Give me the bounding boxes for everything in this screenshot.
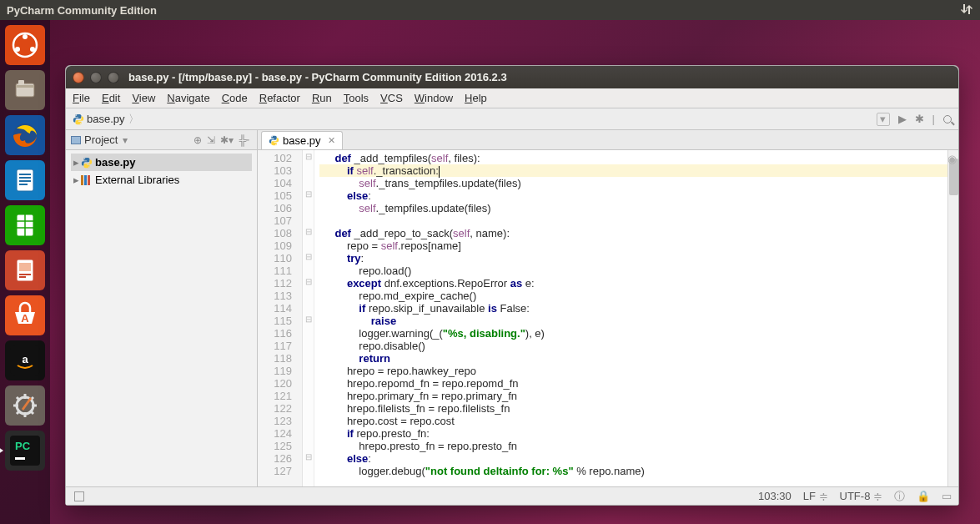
svg-point-2 xyxy=(15,47,20,52)
lock-icon[interactable]: 🔒 xyxy=(917,490,930,502)
file-encoding[interactable]: UTF-8 ≑ xyxy=(840,490,882,502)
window-titlebar[interactable]: base.py - [/tmp/base.py] - base.py - PyC… xyxy=(66,66,958,88)
launcher-firefox-icon[interactable] xyxy=(5,115,45,155)
editor-tab-bar: base.py ✕ xyxy=(258,130,958,150)
menu-help[interactable]: Help xyxy=(465,92,487,104)
tree-expander-icon[interactable]: ▸ xyxy=(71,156,81,169)
toolbar-separator: | xyxy=(932,113,935,125)
run-config-selector[interactable]: ▾ xyxy=(877,113,890,126)
menu-bar: FileEditViewNavigateCodeRefactorRunTools… xyxy=(66,88,958,108)
menu-vcs[interactable]: VCS xyxy=(380,92,403,104)
python-file-icon xyxy=(269,135,279,146)
status-bar: 103:30 LF ≑ UTF-8 ≑ ⓘ 🔒 ▭ xyxy=(66,486,958,505)
chevron-down-icon: ≑ xyxy=(819,490,828,502)
panel-app-title: PyCharm Community Edition xyxy=(7,4,157,17)
line-separator[interactable]: LF ≑ xyxy=(803,490,828,502)
menu-file[interactable]: File xyxy=(73,92,90,104)
code-content[interactable]: def _add_tempfiles(self, files): if self… xyxy=(314,150,958,486)
window-close-button[interactable] xyxy=(73,72,84,83)
project-tool-header: Project ▾ ⊕ ⇲ ✱▾ ╬╴ xyxy=(66,130,257,150)
menu-edit[interactable]: Edit xyxy=(102,92,120,104)
menu-run[interactable]: Run xyxy=(312,92,332,104)
svg-rect-6 xyxy=(18,80,24,85)
menu-window[interactable]: Window xyxy=(415,92,453,104)
hector-icon[interactable]: ⓘ xyxy=(894,489,905,504)
inspection-eye-icon[interactable]: ◉ xyxy=(947,153,957,165)
menu-navigate[interactable]: Navigate xyxy=(167,92,209,104)
window-title: base.py - [/tmp/base.py] - base.py - PyC… xyxy=(128,71,507,83)
chevron-right-icon: 〉 xyxy=(128,112,139,127)
menu-view[interactable]: View xyxy=(132,92,155,104)
fold-gutter[interactable]: ⊟⊟⊟⊟⊟⊟⊟ xyxy=(303,150,314,486)
collapse-all-icon[interactable]: ⇲ xyxy=(207,134,215,146)
menu-refactor[interactable]: Refactor xyxy=(259,92,300,104)
launcher-impress-icon[interactable] xyxy=(5,250,45,290)
editor-scrollbar[interactable]: ◉ xyxy=(947,150,958,486)
svg-rect-11 xyxy=(19,263,31,271)
search-everywhere-icon[interactable] xyxy=(943,115,952,123)
line-number-gutter[interactable]: 1021031041051061071081091101111121131141… xyxy=(258,150,303,486)
window-minimize-button[interactable] xyxy=(90,72,102,83)
tool-settings-icon[interactable]: ✱▾ xyxy=(220,134,234,146)
tree-node-label: External Libraries xyxy=(95,174,179,186)
svg-text:PC: PC xyxy=(15,440,31,452)
window-maximize-button[interactable] xyxy=(108,72,119,83)
python-file-icon xyxy=(73,113,84,125)
close-tab-icon[interactable]: ✕ xyxy=(328,135,335,146)
editor-tab[interactable]: base.py ✕ xyxy=(261,131,343,149)
launcher-software-icon[interactable]: A xyxy=(5,295,45,335)
run-toolbar: ▾ ▶ ✱ | xyxy=(877,113,952,126)
svg-point-3 xyxy=(30,47,35,52)
pycharm-window: base.py - [/tmp/base.py] - base.py - PyC… xyxy=(65,65,959,506)
launcher-settings-icon[interactable] xyxy=(5,385,45,426)
svg-text:A: A xyxy=(21,312,29,325)
tree-expander-icon[interactable]: ▸ xyxy=(71,174,81,186)
launcher-dash-icon[interactable] xyxy=(5,25,45,65)
scroll-from-source-icon[interactable]: ⊕ xyxy=(193,134,202,146)
editor-area: base.py ✕ 102103104105106107108109110111… xyxy=(258,130,958,486)
editor-tab-label: base.py xyxy=(283,134,321,147)
svg-rect-18 xyxy=(15,457,25,460)
unity-launcher: AaPC xyxy=(0,20,50,524)
menu-tools[interactable]: Tools xyxy=(344,92,369,104)
libraries-icon xyxy=(81,175,93,185)
breadcrumb[interactable]: base.py 〉 xyxy=(73,112,139,127)
project-tool-title[interactable]: Project xyxy=(84,134,118,146)
tool-windows-toggle-icon[interactable] xyxy=(74,491,84,501)
run-button-icon[interactable]: ▶ xyxy=(898,113,907,125)
project-root-node[interactable]: ▸ base.py xyxy=(71,154,252,171)
launcher-files-icon[interactable] xyxy=(5,70,45,110)
caret-position[interactable]: 103:30 xyxy=(758,490,792,502)
svg-point-1 xyxy=(23,34,28,39)
svg-text:a: a xyxy=(22,353,28,365)
launcher-amazon-icon[interactable]: a xyxy=(5,340,45,380)
menu-code[interactable]: Code xyxy=(222,92,248,104)
chevron-down-icon[interactable]: ▾ xyxy=(123,134,128,146)
debug-button-icon[interactable]: ✱ xyxy=(915,113,924,125)
event-log-icon[interactable]: ▭ xyxy=(942,490,952,502)
svg-rect-5 xyxy=(16,85,34,88)
project-tool-window: Project ▾ ⊕ ⇲ ✱▾ ╬╴ ▸ base.py ▸ xyxy=(66,130,258,486)
launcher-writer-icon[interactable] xyxy=(5,160,45,200)
launcher-calc-icon[interactable] xyxy=(5,205,45,245)
tree-node-label: base.py xyxy=(95,156,135,169)
project-view-icon[interactable] xyxy=(71,136,81,144)
external-libraries-node[interactable]: ▸ External Libraries xyxy=(71,171,252,189)
launcher-pycharm-icon[interactable]: PC xyxy=(5,431,45,471)
chevron-down-icon: ≑ xyxy=(873,490,882,502)
network-indicator-icon[interactable] xyxy=(960,3,973,18)
breadcrumb-file: base.py xyxy=(87,113,125,125)
ubuntu-top-panel: PyCharm Community Edition xyxy=(0,0,980,20)
python-file-icon xyxy=(81,157,93,169)
project-tree[interactable]: ▸ base.py ▸ External Libraries xyxy=(66,150,257,192)
code-editor[interactable]: 1021031041051061071081091101111121131141… xyxy=(258,150,958,486)
hide-tool-icon[interactable]: ╬╴ xyxy=(239,134,252,146)
navigation-toolbar: base.py 〉 ▾ ▶ ✱ | xyxy=(66,108,958,130)
